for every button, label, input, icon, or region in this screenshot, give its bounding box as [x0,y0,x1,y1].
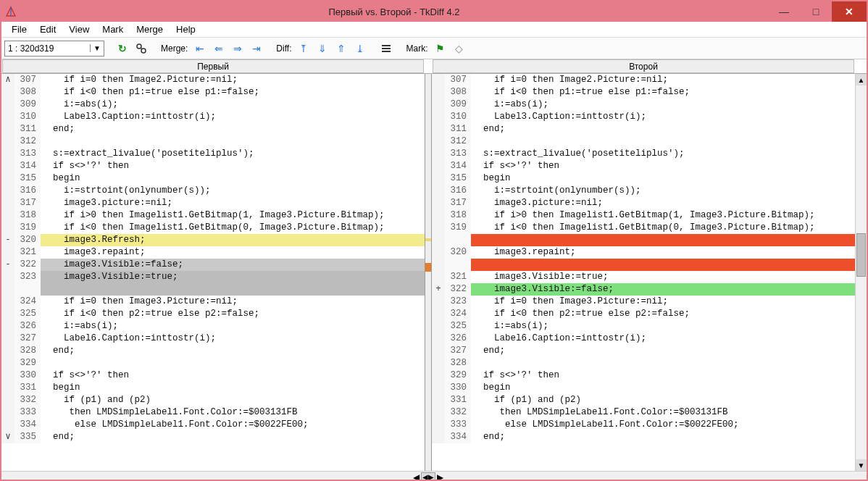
mark-set-button[interactable]: ⚑ [432,41,448,57]
code-line[interactable]: 315 begin [432,172,855,185]
code-line[interactable]: 307 if i=0 then Image2.Picture:=nil; [432,74,855,86]
code-line[interactable]: 327 Label6.Caption:=inttostr(i); [1,332,425,345]
code-line[interactable]: 332 then LMDSimpleLabel1.Font.Color:=$00… [432,406,855,419]
code-line[interactable]: 313 s:=extract_livalue('posetiteliplus')… [432,148,855,160]
code-line[interactable] [432,259,855,271]
code-line[interactable]: 315 begin [1,172,425,185]
scroll-thumb[interactable] [856,233,866,277]
rediff-button[interactable]: ↻ [114,41,130,57]
code-line[interactable]: +322 image3.Visible:=false; [432,283,855,296]
toolbar: 1 : 320d319 ▼ ↻ Merge: ⇤ ⇐ ⇒ ⇥ Diff: ⤒ ⇓… [1,38,867,59]
code-line[interactable]: 329 if s<>'?' then [432,369,855,382]
pane-divider[interactable] [425,74,432,471]
code-line[interactable]: 328 end; [1,345,425,357]
code-line[interactable]: 330 if s<>'?' then [1,369,425,382]
maximize-button[interactable]: □ [800,1,832,22]
code-line[interactable]: 317 image3.picture:=nil; [432,197,855,209]
close-button[interactable]: ✕ [832,1,867,22]
code-line[interactable]: 314 if s<>'?' then [1,160,425,172]
code-line[interactable]: 312 [1,135,425,148]
first-diff-button[interactable]: ⤒ [296,41,312,57]
scroll-down-icon[interactable]: ▼ [856,459,867,471]
code-line[interactable]: 325 i:=abs(i); [432,320,855,332]
code-line[interactable]: ∧307 if i=0 then Image2.Picture:=nil; [1,74,425,86]
code-line[interactable]: 331 begin [1,382,425,394]
prev-diff-button[interactable]: ⇓ [314,41,330,57]
minimize-button[interactable]: — [768,1,800,22]
menu-merge[interactable]: Merge [130,22,169,36]
code-line[interactable]: 318 if i>0 then Imagelist1.GetBitmap(1, … [1,209,425,222]
code-line[interactable]: 319 if i<0 then Imagelist1.GetBitmap(0, … [1,222,425,234]
code-line[interactable]: 334 else LMDSimpleLabel1.Font.Color:=$00… [1,419,425,431]
code-line[interactable]: 320 image3.repaint; [432,246,855,259]
code-line[interactable]: 333 else LMDSimpleLabel1.Font.Color:=$00… [432,419,855,431]
code-line[interactable]: 332 if (p1) and (p2) [1,394,425,406]
code-line[interactable]: 314 if s<>'?' then [432,160,855,172]
right-pane[interactable]: 307 if i=0 then Image2.Picture:=nil;308 … [432,74,855,471]
merge-next-right-button[interactable]: ⇥ [249,41,264,57]
code-line[interactable]: 334 end; [432,431,855,443]
code-line[interactable]: 321 image3.repaint; [1,246,425,259]
code-line[interactable]: 331 if (p1) and (p2) [432,394,855,406]
code-line[interactable]: 319 if i<0 then Imagelist1.GetBitmap(0, … [432,222,855,234]
code-line[interactable]: 323 image3.Visible:=true; [1,271,425,283]
code-line[interactable]: 309 i:=abs(i); [1,99,425,111]
merge-right-button[interactable]: ⇒ [230,41,246,57]
scroll-right-icon[interactable]: ▶ [437,472,443,482]
line-number [445,259,471,271]
titlebar: Первый vs. Второй - TkDiff 4.2 — □ ✕ [1,1,867,22]
code-line[interactable]: 330 begin [432,382,855,394]
svg-rect-3 [382,45,391,46]
code-line[interactable]: 324 if i=0 then Image3.Picture:=nil; [1,296,425,308]
code-line[interactable]: 318 if i>0 then Imagelist1.GetBitmap(1, … [432,209,855,222]
code-line[interactable]: -320 image3.Refresh; [1,234,425,246]
code-line[interactable]: -322 image3.Visible:=false; [1,259,425,271]
code-line[interactable]: 308 if i<0 then p1:=true else p1:=false; [1,86,425,99]
next-diff-button[interactable]: ⇑ [333,41,349,57]
code-line[interactable]: 313 s:=extract_livalue('posetiteliplus')… [1,148,425,160]
code-line[interactable] [1,283,425,296]
code-line[interactable]: 316 i:=strtoint(onlynumber(s)); [432,185,855,197]
code-line[interactable]: 316 i:=strtoint(onlynumber(s)); [1,185,425,197]
code-text: begin [471,382,855,394]
code-line[interactable]: 333 then LMDSimpleLabel1.Font.Color:=$00… [1,406,425,419]
code-line[interactable]: 327 end; [432,345,855,357]
code-line[interactable]: 310 Label3.Caption:=inttostr(i); [432,111,855,123]
sync-scroll-button[interactable]: ◀▶ [421,472,435,482]
code-line[interactable]: 311 end; [1,123,425,135]
code-line[interactable]: ∨335 end; [1,431,425,443]
code-line[interactable]: 308 if i<0 then p1:=true else p1:=false; [432,86,855,99]
horizontal-scrollbar[interactable]: ◀ ◀▶ ▶ [1,471,867,481]
code-line[interactable]: 326 Label6.Caption:=inttostr(i); [432,332,855,345]
code-line[interactable]: 329 [1,357,425,369]
code-line[interactable]: 310 Label3.Caption:=inttostr(i); [1,111,425,123]
code-line[interactable]: 326 i:=abs(i); [1,320,425,332]
find-button[interactable] [133,41,149,57]
code-line[interactable]: 325 if i<0 then p2:=true else p2:=false; [1,308,425,320]
menu-edit[interactable]: Edit [34,22,62,36]
code-line[interactable]: 324 if i<0 then p2:=true else p2:=false; [432,308,855,320]
left-pane[interactable]: ∧307 if i=0 then Image2.Picture:=nil;308… [1,74,425,471]
code-text: if i<0 then p2:=true else p2:=false; [41,308,425,320]
code-line[interactable]: 321 image3.Visible:=true; [432,271,855,283]
menu-view[interactable]: View [63,22,95,36]
vertical-scrollbar[interactable]: ▲ ▼ [855,74,867,471]
code-line[interactable]: 328 [432,357,855,369]
last-diff-button[interactable]: ⤓ [352,41,368,57]
code-line[interactable]: 309 i:=abs(i); [432,99,855,111]
code-line[interactable]: 311 end; [432,123,855,135]
scroll-up-icon[interactable]: ▲ [856,74,867,85]
menu-help[interactable]: Help [170,22,201,36]
merge-left-button[interactable]: ⇐ [211,41,227,57]
scroll-left-icon[interactable]: ◀ [413,472,420,482]
merge-prev-left-button[interactable]: ⇤ [192,41,208,57]
code-line[interactable] [432,234,855,246]
menu-file[interactable]: File [6,22,33,36]
code-line[interactable]: 323 if i=0 then Image3.Picture:=nil; [432,296,855,308]
diff-selector[interactable]: 1 : 320d319 ▼ [4,41,104,57]
code-line[interactable]: 317 image3.picture:=nil; [1,197,425,209]
menu-mark[interactable]: Mark [96,22,129,36]
code-line[interactable]: 312 [432,135,855,148]
mark-clear-button[interactable]: ◇ [451,41,467,57]
center-button[interactable] [378,41,394,57]
